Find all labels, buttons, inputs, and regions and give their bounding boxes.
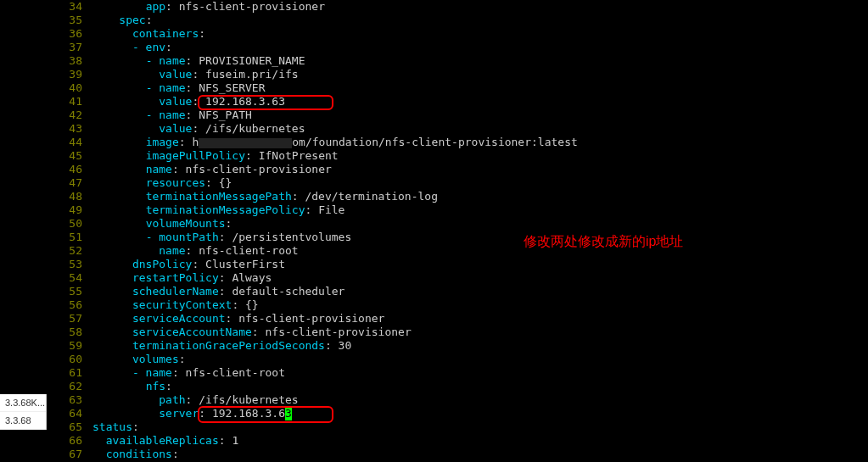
code-line[interactable]: 42 - name: NFS_PATH (48, 109, 868, 122)
code-content[interactable]: spec: (92, 14, 152, 27)
code-content[interactable]: value: 192.168.3.63 (92, 95, 285, 109)
line-number: 60 (48, 353, 92, 366)
code-content[interactable]: nfs: (92, 380, 172, 393)
line-number: 41 (48, 95, 92, 109)
code-line[interactable]: 50 volumeMounts: (48, 217, 868, 231)
code-content[interactable]: terminationGracePeriodSeconds: 30 (92, 339, 351, 353)
code-line[interactable]: 53 dnsPolicy: ClusterFirst (48, 258, 868, 271)
line-number: 54 (48, 271, 92, 285)
annotation-text: 修改两处修改成新的ip地址 (524, 233, 683, 251)
code-content[interactable]: serviceAccountName: nfs-client-provision… (92, 326, 412, 339)
code-line[interactable]: 36 containers: (48, 27, 868, 41)
line-number: 67 (48, 448, 92, 461)
line-number: 53 (48, 258, 92, 271)
code-line[interactable]: 55 schedulerName: default-scheduler (48, 285, 868, 298)
code-content[interactable]: volumeMounts: (92, 217, 232, 231)
code-content[interactable]: terminationMessagePath: /dev/termination… (92, 190, 438, 203)
code-line[interactable]: 44 image: hom/foundation/nfs-client-prov… (48, 136, 868, 149)
code-content[interactable]: value: fuseim.pri/ifs (92, 68, 299, 81)
code-content[interactable]: schedulerName: default-scheduler (92, 285, 344, 298)
code-content[interactable]: volumes: (92, 353, 186, 366)
code-content[interactable]: - env: (92, 41, 172, 54)
code-content[interactable]: restartPolicy: Always (92, 271, 272, 285)
code-line[interactable]: 40 - name: NFS_SERVER (48, 81, 868, 95)
code-line[interactable]: 49 terminationMessagePolicy: File (48, 203, 868, 217)
code-line[interactable]: 59 terminationGracePeriodSeconds: 30 (48, 339, 868, 353)
line-number: 61 (48, 366, 92, 380)
line-number: 34 (48, 0, 92, 14)
code-content[interactable]: app: nfs-client-provisioner (92, 0, 325, 14)
line-number: 40 (48, 81, 92, 95)
line-number: 50 (48, 217, 92, 231)
code-content[interactable]: - name: nfs-client-root (92, 366, 285, 380)
code-line[interactable]: 45 imagePullPolicy: IfNotPresent (48, 149, 868, 163)
code-content[interactable]: - name: NFS_SERVER (92, 81, 266, 95)
line-number: 45 (48, 149, 92, 163)
line-number: 59 (48, 339, 92, 353)
code-content[interactable]: - name: PROVISIONER_NAME (92, 54, 305, 68)
line-number: 48 (48, 190, 92, 203)
code-content[interactable]: conditions: (92, 448, 179, 461)
file-sidebar[interactable]: 3.3.68K... 3.3.68 (0, 394, 47, 430)
code-content[interactable]: dnsPolicy: ClusterFirst (92, 258, 285, 271)
code-line[interactable]: 38 - name: PROVISIONER_NAME (48, 54, 868, 68)
code-content[interactable]: image: hom/foundation/nfs-client-provisi… (92, 136, 578, 149)
code-content[interactable]: imagePullPolicy: IfNotPresent (92, 149, 339, 163)
code-line[interactable]: 65status: (48, 420, 868, 434)
code-content[interactable]: value: /ifs/kubernetes (92, 122, 305, 136)
code-content[interactable]: securityContext: {} (92, 298, 259, 312)
code-line[interactable]: 34 app: nfs-client-provisioner (48, 0, 868, 14)
code-content[interactable]: server: 192.168.3.63 (92, 407, 292, 420)
code-line[interactable]: 64 server: 192.168.3.63 (48, 407, 868, 420)
line-number: 36 (48, 27, 92, 41)
cursor: 3 (285, 407, 292, 420)
line-number: 52 (48, 244, 92, 258)
code-line[interactable]: 41 value: 192.168.3.63 (48, 95, 868, 109)
code-content[interactable]: name: nfs-client-provisioner (92, 163, 332, 176)
code-line[interactable]: 43 value: /ifs/kubernetes (48, 122, 868, 136)
line-number: 49 (48, 203, 92, 217)
code-content[interactable]: serviceAccount: nfs-client-provisioner (92, 312, 384, 326)
line-number: 58 (48, 326, 92, 339)
code-content[interactable]: availableReplicas: 1 (92, 434, 238, 448)
code-content[interactable]: path: /ifs/kubernetes (92, 393, 299, 407)
line-number: 51 (48, 231, 92, 244)
code-content[interactable]: containers: (92, 27, 205, 41)
line-number: 38 (48, 54, 92, 68)
code-line[interactable]: 63 path: /ifs/kubernetes (48, 393, 868, 407)
code-line[interactable]: 66 availableReplicas: 1 (48, 434, 868, 448)
line-number: 55 (48, 285, 92, 298)
code-line[interactable]: 58 serviceAccountName: nfs-client-provis… (48, 326, 868, 339)
code-content[interactable]: name: nfs-client-root (92, 244, 299, 258)
code-line[interactable]: 52 name: nfs-client-root (48, 244, 868, 258)
code-editor[interactable]: 34 app: nfs-client-provisioner35 spec:36… (48, 0, 868, 462)
code-content[interactable]: - mountPath: /persistentvolumes (92, 231, 351, 244)
line-number: 46 (48, 163, 92, 176)
code-content[interactable]: - name: NFS_PATH (92, 109, 252, 122)
code-content[interactable]: terminationMessagePolicy: File (92, 203, 344, 217)
code-line[interactable]: 35 spec: (48, 14, 868, 27)
code-line[interactable]: 54 restartPolicy: Always (48, 271, 868, 285)
line-number: 64 (48, 407, 92, 420)
code-line[interactable]: 46 name: nfs-client-provisioner (48, 163, 868, 176)
sidebar-item[interactable]: 3.3.68 (0, 412, 46, 430)
line-number: 57 (48, 312, 92, 326)
code-line[interactable]: 47 resources: {} (48, 176, 868, 190)
line-number: 44 (48, 136, 92, 149)
code-line[interactable]: 61 - name: nfs-client-root (48, 366, 868, 380)
line-number: 37 (48, 41, 92, 54)
code-line[interactable]: 62 nfs: (48, 380, 868, 393)
sidebar-item[interactable]: 3.3.68K... (0, 394, 46, 412)
code-line[interactable]: 57 serviceAccount: nfs-client-provisione… (48, 312, 868, 326)
code-line[interactable]: 67 conditions: (48, 448, 868, 461)
code-content[interactable]: status: (92, 420, 139, 434)
line-number: 62 (48, 380, 92, 393)
line-number: 66 (48, 434, 92, 448)
code-line[interactable]: 56 securityContext: {} (48, 298, 868, 312)
code-line[interactable]: 60 volumes: (48, 353, 868, 366)
code-content[interactable]: resources: {} (92, 176, 232, 190)
code-line[interactable]: 48 terminationMessagePath: /dev/terminat… (48, 190, 868, 203)
code-line[interactable]: 39 value: fuseim.pri/ifs (48, 68, 868, 81)
code-line[interactable]: 51 - mountPath: /persistentvolumes (48, 231, 868, 244)
code-line[interactable]: 37 - env: (48, 41, 868, 54)
